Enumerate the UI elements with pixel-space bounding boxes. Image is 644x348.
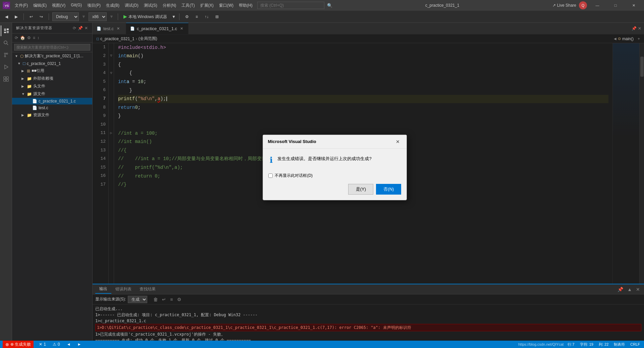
menu-debug[interactable]: 调试(D) xyxy=(123,2,141,9)
title-bar: VS 文件(F) 编辑(E) 视图(V) Git(G) 项目(P) 生成(B) … xyxy=(0,0,644,11)
dialog-build-error: Microsoft Visual Studio ✕ ℹ 发生生成错误。是否继续并… xyxy=(263,135,407,200)
minimize-btn[interactable]: — xyxy=(590,0,605,11)
dialog-checkbox-input[interactable] xyxy=(268,173,273,178)
close-btn[interactable]: ✕ xyxy=(626,0,641,11)
menu-edit[interactable]: 编辑(E) xyxy=(31,2,49,9)
menu-file[interactable]: 文件(F) xyxy=(13,2,30,9)
menu-bar: 文件(F) 编辑(E) 视图(V) Git(G) 项目(P) 生成(B) 调试(… xyxy=(13,2,255,9)
dialog-close-btn[interactable]: ✕ xyxy=(394,138,402,145)
dialog-checkbox-label[interactable]: 不再显示此对话框(D) xyxy=(275,173,313,179)
menu-build[interactable]: 生成(B) xyxy=(104,2,121,9)
menu-git[interactable]: Git(G) xyxy=(69,2,84,9)
menu-extensions[interactable]: 扩展(X) xyxy=(198,2,216,9)
dialog-no-btn[interactable]: 否(N) xyxy=(376,184,401,195)
dialog-footer: 不再显示此对话框(D) 是(Y) 否(N) xyxy=(263,170,407,200)
dialog-buttons: 是(Y) 否(N) xyxy=(268,184,401,195)
dialog-overlay: Microsoft Visual Studio ✕ ℹ 发生生成错误。是否继续并… xyxy=(0,11,644,348)
app-logo: VS xyxy=(3,2,10,9)
live-share-icon: ↗ xyxy=(552,3,556,8)
dialog-title-bar: Microsoft Visual Studio ✕ xyxy=(263,135,407,149)
svg-text:VS: VS xyxy=(5,4,9,7)
menu-tools[interactable]: 工具(T) xyxy=(179,2,197,9)
dialog-info-icon: ℹ xyxy=(270,155,273,165)
window-title: c_practice_0321_1 xyxy=(335,3,550,8)
dialog-yes-btn[interactable]: 是(Y) xyxy=(348,184,373,195)
maximize-btn[interactable]: □ xyxy=(608,0,623,11)
dialog-checkbox-container: 不再显示此对话框(D) xyxy=(268,173,401,179)
menu-analyze[interactable]: 分析(N) xyxy=(161,2,178,9)
account-avatar[interactable]: Q xyxy=(579,1,587,9)
live-share-btn[interactable]: ↗ Live Share xyxy=(552,3,576,8)
search-icon[interactable]: 🔍 xyxy=(327,3,332,8)
live-share-label: Live Share xyxy=(557,3,576,8)
menu-test[interactable]: 测试(S) xyxy=(142,2,159,9)
dialog-title-text: Microsoft Visual Studio xyxy=(268,139,316,144)
menu-window[interactable]: 窗口(W) xyxy=(217,2,235,9)
menu-view[interactable]: 视图(V) xyxy=(50,2,67,9)
title-search-input[interactable] xyxy=(257,2,324,9)
dialog-body: ℹ 发生生成错误。是否继续并运行上次的成功生成? xyxy=(263,149,407,170)
dialog-message-text: 发生生成错误。是否继续并运行上次的成功生成? xyxy=(277,155,371,162)
menu-help[interactable]: 帮助(H) xyxy=(237,2,255,9)
menu-project[interactable]: 项目(P) xyxy=(85,2,103,9)
